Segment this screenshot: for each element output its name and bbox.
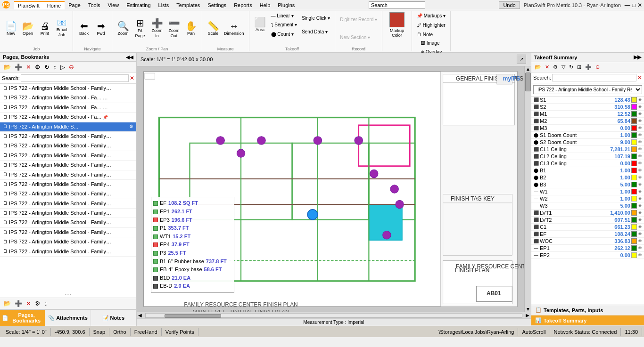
list-item[interactable]: 🗒IPS 722 - Arlington Middle School - Fa.… bbox=[0, 113, 136, 122]
ortho-button[interactable]: Ortho bbox=[109, 328, 131, 336]
menu-tab-estimating[interactable]: Estimating bbox=[123, 1, 154, 9]
menu-tab-home[interactable]: Home bbox=[43, 1, 65, 9]
row-visibility-icon[interactable]: 👁 bbox=[638, 218, 642, 222]
menu-tab-reports[interactable]: Reports bbox=[230, 1, 256, 9]
canvas-drawing-area[interactable]: GENERAL FINISH NOTES myIPS bbox=[137, 66, 524, 312]
canvas-horizontal-scrollbar[interactable]: ◀ ▶ bbox=[137, 312, 531, 318]
row-visibility-icon[interactable]: 👁 bbox=[638, 97, 642, 102]
markup-color-button[interactable]: MarkupColor bbox=[385, 11, 409, 39]
row-visibility-icon[interactable]: 👁 bbox=[638, 232, 642, 236]
takeoff-row-b1[interactable]: ⬤ B1 1.00 👁 bbox=[531, 167, 644, 174]
row-visibility-icon[interactable]: 👁 bbox=[638, 246, 642, 250]
row-visibility-icon[interactable]: 👁 bbox=[638, 210, 642, 215]
menu-tab-plugins[interactable]: Plugins bbox=[274, 1, 298, 9]
undo-button[interactable]: Undo bbox=[499, 1, 520, 9]
linear-button[interactable]: — Linear ▾ bbox=[269, 11, 299, 20]
highlighter-button[interactable]: 🖊 Highlighter bbox=[415, 21, 447, 29]
list-item[interactable]: 🗒IPS 722 - Arlington Middle School - Fam… bbox=[0, 237, 136, 247]
note-button[interactable]: 🗒 Note bbox=[415, 30, 435, 39]
canvas-vertical-scrollbar[interactable]: ▲ ▼ bbox=[524, 66, 531, 312]
scroll-left-button[interactable]: ◀ bbox=[137, 313, 143, 318]
row-visibility-icon[interactable]: 👁 bbox=[638, 182, 642, 187]
list-item[interactable]: 🗒IPS 722 - Arlington Middle School - Fam… bbox=[0, 161, 136, 170]
list-item[interactable]: 🗒IPS 722 - Arlington Middle School - Fa.… bbox=[0, 103, 136, 113]
close-button[interactable]: ✕ bbox=[637, 2, 642, 8]
row-visibility-icon[interactable]: 👁 bbox=[638, 119, 642, 123]
add-page-button[interactable]: ➕ bbox=[13, 63, 24, 71]
collapse2-button[interactable]: ⊖ bbox=[67, 63, 75, 71]
menu-tab-tools[interactable]: Tools bbox=[84, 1, 104, 9]
row-visibility-icon[interactable]: 👁 bbox=[638, 147, 642, 152]
freehand-button[interactable]: FreeHand bbox=[131, 328, 162, 336]
takeoff-row-ep1[interactable]: — EP1 262.12 👁 bbox=[531, 245, 644, 252]
list-item[interactable]: 🗒IPS 722 - Arlington Middle School - Fa.… bbox=[0, 93, 136, 103]
verify-points-button[interactable]: Verify Points bbox=[162, 328, 198, 336]
left-panel-collapse-button[interactable]: ◀◀ bbox=[126, 55, 133, 60]
list-item[interactable]: 🗒IPS 722 - Arlington Middle School - Fam… bbox=[0, 84, 136, 93]
list-item[interactable]: 🗒IPS 722 - Arlington Middle School - Fam… bbox=[0, 141, 136, 151]
new-section-button[interactable]: New Section ▾ bbox=[338, 33, 372, 41]
takeoff-row-woc[interactable]: ⬛ WOC 336.83 👁 bbox=[531, 238, 644, 245]
rp-remove-button[interactable]: ⊖ bbox=[594, 64, 601, 71]
add-folder-button[interactable]: 📂 bbox=[2, 299, 12, 307]
add-item-button[interactable]: ➕ bbox=[13, 299, 24, 307]
horizontal-scroll-thumb[interactable] bbox=[165, 314, 221, 318]
sort-page-button[interactable]: ↕ bbox=[52, 63, 58, 71]
list-item[interactable]: 🗒IPS 722 - Arlington Middle School - Fam… bbox=[0, 228, 136, 237]
scale-button[interactable]: 📏Scale bbox=[205, 15, 221, 42]
sort-item-button[interactable]: ↕ bbox=[43, 299, 49, 307]
menu-tab-templates[interactable]: Templates bbox=[173, 1, 204, 9]
takeoff-row-s1[interactable]: ⬛ S1 128.43 👁 bbox=[531, 97, 644, 104]
print-button[interactable]: 🖨Print bbox=[37, 15, 53, 42]
row-visibility-icon[interactable]: 👁 bbox=[638, 189, 642, 194]
tab-pages-bookmarks[interactable]: 📄Pages, Bookmarks bbox=[0, 310, 45, 326]
menu-tab-help[interactable]: Help bbox=[256, 1, 274, 9]
markups-button[interactable]: 📌 Markups ▾ bbox=[415, 11, 447, 20]
tab-templates-parts[interactable]: 📋 Templates, Parts, Inputs bbox=[531, 305, 644, 315]
row-visibility-icon[interactable]: 👁 bbox=[638, 154, 642, 159]
menu-tab-page[interactable]: Page bbox=[65, 1, 84, 9]
row-visibility-icon[interactable]: 👁 bbox=[638, 105, 642, 109]
takeoff-row-b3[interactable]: ⬤ B3 5.00 👁 bbox=[531, 181, 644, 188]
scroll-right-button[interactable]: ▶ bbox=[524, 313, 531, 318]
tab-attachments[interactable]: 📎Attachments bbox=[45, 310, 91, 326]
snap-button[interactable]: Snap bbox=[90, 328, 110, 336]
digitizer-record-button[interactable]: Digitizer Record ▾ bbox=[338, 16, 379, 24]
rp-settings-button[interactable]: ⚙ bbox=[552, 64, 559, 71]
row-visibility-icon[interactable]: 👁 bbox=[638, 133, 642, 137]
image-button[interactable]: 🖼 Image bbox=[419, 39, 444, 47]
count-button[interactable]: ⬤ Count ▾ bbox=[269, 30, 299, 39]
list-item[interactable]: 🗒IPS 722 - Arlington Middle School - Fam… bbox=[0, 170, 136, 180]
right-panel-collapse-button[interactable]: ▶▶ bbox=[634, 54, 641, 60]
expand-button[interactable]: ▷ bbox=[59, 63, 66, 71]
rp-add-button[interactable]: ➕ bbox=[584, 64, 593, 71]
scroll-thumb[interactable] bbox=[525, 73, 531, 91]
row-visibility-icon[interactable]: 👁 bbox=[638, 203, 642, 208]
list-item[interactable]: 🗒IPS 722 - Arlington Middle School - Fam… bbox=[0, 218, 136, 227]
corner-button[interactable]: ↗ bbox=[517, 55, 526, 64]
rp-delete-button[interactable]: ✕ bbox=[544, 64, 551, 71]
zoom-button[interactable]: 🔍Zoom bbox=[115, 15, 131, 42]
list-item[interactable]: 🗒IPS 722 - Arlington Middle School - Fam… bbox=[0, 151, 136, 161]
row-visibility-icon[interactable]: 👁 bbox=[638, 239, 642, 243]
settings-page-button[interactable]: ⚙ bbox=[33, 63, 42, 71]
takeoff-row-b2[interactable]: ⬤ B2 1.00 👁 bbox=[531, 174, 644, 181]
menu-tab-lists[interactable]: Lists bbox=[155, 1, 173, 9]
list-item-active[interactable]: 🗒IPS 722 - Arlington Middle S...⚙ bbox=[0, 122, 136, 132]
row-visibility-icon[interactable]: 👁 bbox=[638, 253, 642, 258]
scroll-down-button[interactable]: ▼ bbox=[525, 307, 531, 312]
rp-search-clear-button[interactable]: ✕ bbox=[637, 74, 642, 81]
open-button[interactable]: 📂Open bbox=[20, 15, 36, 42]
new-button[interactable]: 📄New bbox=[3, 15, 19, 42]
rp-folder-button[interactable]: 📂 bbox=[533, 64, 543, 71]
row-visibility-icon[interactable]: 👁 bbox=[638, 126, 642, 130]
menu-tab-settings[interactable]: Settings bbox=[204, 1, 230, 9]
dimension-button[interactable]: ↔Dimension bbox=[222, 15, 246, 42]
pan-button[interactable]: ✋Pan bbox=[183, 15, 199, 42]
menu-tab-view[interactable]: View bbox=[104, 1, 123, 9]
takeoff-row-m1[interactable]: ⬛ M1 12.52 👁 bbox=[531, 111, 644, 118]
takeoff-row-s2[interactable]: ⬛ S2 310.58 👁 bbox=[531, 104, 644, 111]
takeoff-row-w3[interactable]: — W3 5.00 👁 bbox=[531, 202, 644, 210]
pages-search-clear-button[interactable]: ✕ bbox=[130, 75, 134, 81]
takeoff-row-cl3[interactable]: ⬛ CL3 Ceiling 0.00 👁 bbox=[531, 160, 644, 167]
